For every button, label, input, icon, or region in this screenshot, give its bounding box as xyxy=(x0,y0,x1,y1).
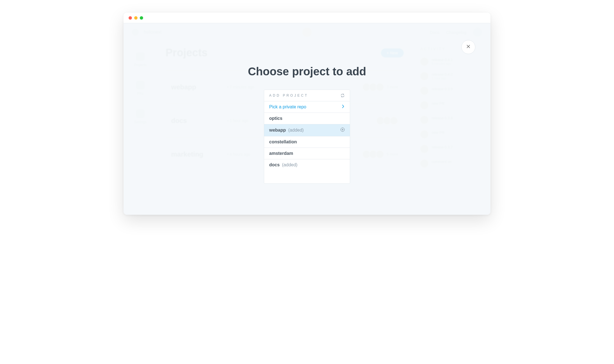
plus-circle-icon xyxy=(340,127,345,133)
repo-row-webapp[interactable]: webapp (added) xyxy=(264,124,350,136)
traffic-lights xyxy=(129,16,143,20)
window-maximize-button[interactable] xyxy=(140,16,143,20)
repo-name: docs xyxy=(269,162,280,167)
added-suffix: (added) xyxy=(281,162,297,167)
close-button[interactable] xyxy=(461,40,475,54)
private-repo-label: Pick a private repo xyxy=(269,104,306,109)
repo-row-amsterdam[interactable]: amsterdam xyxy=(264,148,350,159)
repo-name: webapp xyxy=(269,128,286,132)
chevron-right-icon xyxy=(341,104,345,109)
refresh-icon[interactable] xyxy=(340,93,345,98)
repo-row-optics[interactable]: optics xyxy=(264,113,350,124)
repo-row-constellation[interactable]: constellation xyxy=(264,136,350,148)
app-body: hellonext Docs Changelog Projects xyxy=(124,23,490,215)
panel-header-label: ADD PROJECT xyxy=(269,94,308,97)
close-icon xyxy=(466,44,471,50)
add-project-panel: ADD PROJECT Pick a private repo opticswe… xyxy=(264,90,350,184)
window-close-button[interactable] xyxy=(129,16,132,20)
panel-footer xyxy=(264,171,350,183)
repo-name: constellation xyxy=(269,139,297,144)
panel-header: ADD PROJECT xyxy=(264,90,350,101)
modal-title: Choose project to add xyxy=(248,65,366,78)
app-window: hellonext Docs Changelog Projects xyxy=(124,13,490,215)
modal-overlay: Choose project to add ADD PROJECT Pick a… xyxy=(124,23,490,215)
added-suffix: (added) xyxy=(287,128,304,132)
repo-name: optics xyxy=(269,116,282,121)
repo-row-docs[interactable]: docs (added) xyxy=(264,159,350,171)
repo-name: amsterdam xyxy=(269,151,293,156)
pick-private-repo-row[interactable]: Pick a private repo xyxy=(264,101,350,113)
window-titlebar xyxy=(124,13,490,23)
window-minimize-button[interactable] xyxy=(134,16,138,20)
